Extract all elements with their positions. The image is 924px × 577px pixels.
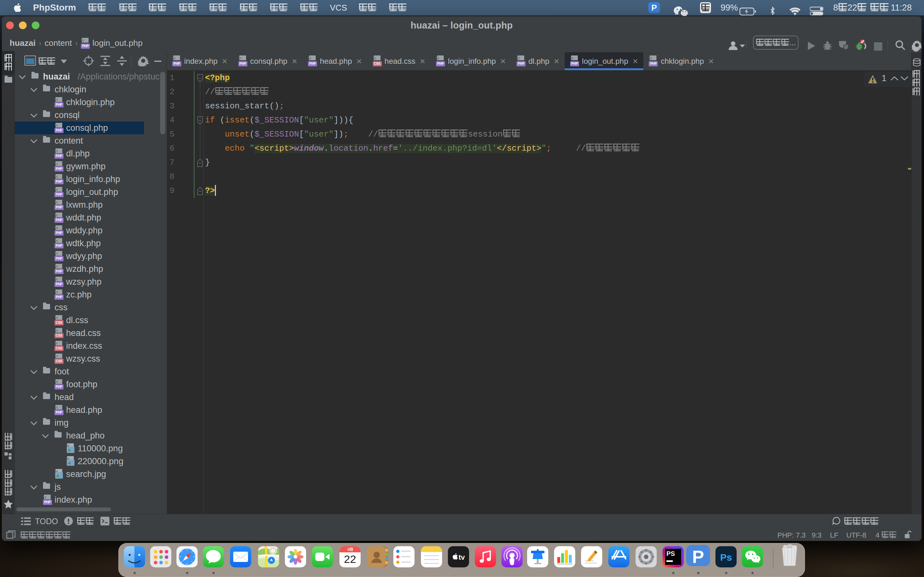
svg-text:PS: PS [666, 550, 675, 557]
svg-text:tv: tv [459, 553, 465, 561]
svg-text:Ps: Ps [720, 552, 732, 562]
svg-text:P: P [692, 546, 704, 566]
svg-text:8: 8 [347, 548, 349, 551]
svg-text:22: 22 [344, 553, 356, 565]
